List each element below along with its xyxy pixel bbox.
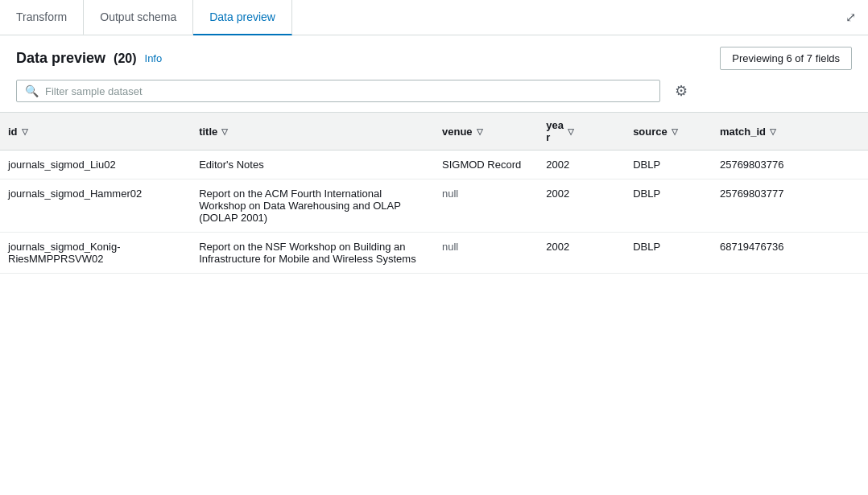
cell-source: DBLP bbox=[625, 233, 712, 274]
cell-id: journals_sigmod_Konig-RiesMMPPRSVW02 bbox=[0, 233, 191, 274]
settings-button[interactable]: ⚙ bbox=[668, 78, 694, 104]
cell-match-id: 68719476736 bbox=[712, 233, 868, 274]
col-header-year[interactable]: year ▽ bbox=[538, 113, 625, 151]
cell-id: journals_sigmod_Liu02 bbox=[0, 151, 191, 179]
search-icon: 🔍 bbox=[25, 85, 39, 97]
cell-year: 2002 bbox=[538, 179, 625, 233]
table-row: journals_sigmod_Liu02Editor's NotesSIGMO… bbox=[0, 151, 868, 179]
sort-icon-title: ▽ bbox=[221, 127, 228, 136]
info-link[interactable]: Info bbox=[145, 52, 163, 64]
gear-icon: ⚙ bbox=[675, 82, 688, 100]
cell-venue: null bbox=[434, 179, 538, 233]
count-badge: (20) bbox=[114, 52, 136, 66]
table-container: id ▽ title ▽ venue ▽ bbox=[0, 112, 868, 495]
cell-year: 2002 bbox=[538, 233, 625, 274]
col-header-source[interactable]: source ▽ bbox=[625, 113, 712, 151]
tab-output-schema[interactable]: Output schema bbox=[84, 0, 193, 35]
header-left: Data preview (20) Info bbox=[16, 50, 162, 67]
search-bar-row: 🔍 ⚙ bbox=[0, 78, 868, 112]
col-header-match-id[interactable]: match_id ▽ bbox=[712, 113, 868, 151]
page-title: Data preview bbox=[16, 50, 105, 67]
data-table: id ▽ title ▽ venue ▽ bbox=[0, 112, 868, 274]
col-header-venue[interactable]: venue ▽ bbox=[434, 113, 538, 151]
tab-transform[interactable]: Transform bbox=[0, 0, 84, 35]
tab-output-schema-label: Output schema bbox=[100, 10, 176, 23]
sort-icon-id: ▽ bbox=[22, 127, 28, 136]
cell-title: Editor's Notes bbox=[191, 151, 434, 179]
table-body: journals_sigmod_Liu02Editor's NotesSIGMO… bbox=[0, 151, 868, 274]
search-input[interactable] bbox=[45, 85, 651, 97]
expand-icon: ⤢ bbox=[845, 10, 856, 25]
main-content: Data preview (20) Info Previewing 6 of 7… bbox=[0, 35, 868, 495]
year-label: year bbox=[546, 119, 564, 143]
expand-button[interactable]: ⤢ bbox=[833, 0, 868, 35]
table-header-row: id ▽ title ▽ venue ▽ bbox=[0, 113, 868, 151]
col-header-title[interactable]: title ▽ bbox=[191, 113, 434, 151]
cell-source: DBLP bbox=[625, 151, 712, 179]
tab-data-preview-label: Data preview bbox=[209, 10, 275, 23]
sort-icon-year: ▽ bbox=[568, 127, 574, 136]
cell-venue: SIGMOD Record bbox=[434, 151, 538, 179]
preview-fields-button[interactable]: Previewing 6 of 7 fields bbox=[720, 47, 852, 70]
tab-bar: Transform Output schema Data preview ⤢ bbox=[0, 0, 868, 35]
search-wrapper: 🔍 bbox=[16, 80, 660, 102]
cell-source: DBLP bbox=[625, 179, 712, 233]
cell-year: 2002 bbox=[538, 151, 625, 179]
cell-match-id: 25769803776 bbox=[712, 151, 868, 179]
cell-match-id: 25769803777 bbox=[712, 179, 868, 233]
tab-transform-label: Transform bbox=[16, 10, 67, 23]
sort-icon-source: ▽ bbox=[672, 127, 678, 136]
table-row: journals_sigmod_Hammer02Report on the AC… bbox=[0, 179, 868, 233]
sort-icon-match-id: ▽ bbox=[770, 127, 776, 136]
header: Data preview (20) Info Previewing 6 of 7… bbox=[0, 35, 868, 78]
cell-title: Report on the NSF Workshop on Building a… bbox=[191, 233, 434, 274]
sort-icon-venue: ▽ bbox=[477, 127, 483, 136]
tab-data-preview[interactable]: Data preview bbox=[193, 0, 292, 35]
cell-venue: null bbox=[434, 233, 538, 274]
cell-title: Report on the ACM Fourth International W… bbox=[191, 179, 434, 233]
table-row: journals_sigmod_Konig-RiesMMPPRSVW02Repo… bbox=[0, 233, 868, 274]
cell-id: journals_sigmod_Hammer02 bbox=[0, 179, 191, 233]
col-header-id[interactable]: id ▽ bbox=[0, 113, 191, 151]
